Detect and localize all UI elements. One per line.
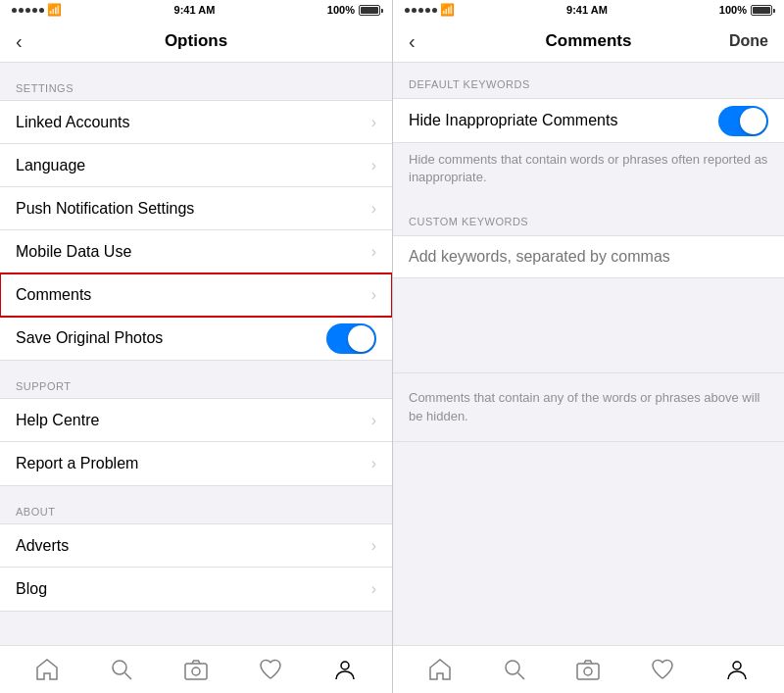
svg-rect-7 <box>577 664 599 679</box>
svg-line-6 <box>517 673 524 680</box>
blog-label: Blog <box>16 580 371 598</box>
comments-footer-text: Comments that contain any of the words o… <box>393 373 784 440</box>
tab-bar-right <box>393 645 784 693</box>
tab-heart-right[interactable] <box>625 646 700 693</box>
settings-item-blog[interactable]: Blog › <box>0 568 392 611</box>
settings-item-linked-accounts[interactable]: Linked Accounts › <box>0 101 392 144</box>
profile-icon <box>332 657 358 682</box>
svg-point-0 <box>113 661 126 674</box>
heart-icon-right <box>650 657 675 682</box>
nav-bar-left: ‹ Options <box>0 20 392 63</box>
battery-pct-left: 100% <box>327 4 355 16</box>
report-label: Report a Problem <box>16 455 371 472</box>
options-panel: 📶 9:41 AM 100% ‹ Options SETTINGS Linked… <box>0 0 392 693</box>
comments-content: DEFAULT KEYWORDS Hide Inappropriate Comm… <box>393 63 784 645</box>
chevron-icon: › <box>371 114 376 131</box>
settings-group-about: Adverts › Blog › <box>0 523 392 612</box>
status-left-right: 📶 <box>405 3 455 17</box>
svg-point-4 <box>341 662 349 669</box>
push-notifications-label: Push Notification Settings <box>16 200 371 218</box>
tab-heart-left[interactable] <box>233 646 308 693</box>
wifi-icon-right: 📶 <box>440 3 455 17</box>
time-left: 9:41 AM <box>174 4 216 16</box>
settings-item-comments[interactable]: Comments › <box>0 273 392 317</box>
settings-item-save-photos: Save Original Photos <box>0 317 392 360</box>
chevron-icon: › <box>371 580 376 598</box>
adverts-label: Adverts <box>16 537 371 555</box>
settings-item-push-notifications[interactable]: Push Notification Settings › <box>0 187 392 230</box>
options-content: SETTINGS Linked Accounts › Language › Pu… <box>0 63 392 645</box>
svg-line-1 <box>125 673 132 680</box>
linked-accounts-label: Linked Accounts <box>16 114 371 131</box>
comments-panel: 📶 9:41 AM 100% ‹ Comments Done DEFAULT K… <box>392 0 784 693</box>
chevron-icon: › <box>371 200 376 218</box>
battery-area-right: 100% <box>719 4 772 16</box>
status-bar-right: 📶 9:41 AM 100% <box>393 0 784 20</box>
hide-inappropriate-group: Hide Inappropriate Comments <box>393 98 784 143</box>
default-keywords-header: DEFAULT KEYWORDS <box>393 63 784 98</box>
heart-icon <box>258 657 283 682</box>
nav-title-left: Options <box>165 31 227 51</box>
battery-icon-left <box>359 5 380 16</box>
custom-keywords-input-row[interactable] <box>393 235 784 278</box>
svg-point-9 <box>733 662 741 669</box>
comments-label: Comments <box>16 286 371 304</box>
help-label: Help Centre <box>16 412 371 429</box>
spacer-area <box>393 278 784 357</box>
chevron-icon: › <box>371 455 376 472</box>
search-icon-right <box>502 657 527 682</box>
signal-dots <box>12 8 44 13</box>
nav-bar-right: ‹ Comments Done <box>393 20 784 63</box>
tab-search-right[interactable] <box>477 646 552 693</box>
battery-pct-right: 100% <box>719 4 747 16</box>
wifi-icon: 📶 <box>47 3 62 17</box>
hide-inappropriate-label: Hide Inappropriate Comments <box>409 112 718 129</box>
camera-icon <box>183 657 209 682</box>
tab-bar-left <box>0 645 392 693</box>
back-button-right[interactable]: ‹ <box>409 31 416 51</box>
settings-item-language[interactable]: Language › <box>0 144 392 187</box>
chevron-icon: › <box>371 157 376 174</box>
done-button[interactable]: Done <box>729 32 768 50</box>
language-label: Language <box>16 157 371 174</box>
status-left: 📶 <box>12 3 62 17</box>
settings-item-mobile-data[interactable]: Mobile Data Use › <box>0 230 392 273</box>
chevron-icon: › <box>371 412 376 429</box>
hide-inappropriate-toggle[interactable] <box>718 106 768 136</box>
svg-point-3 <box>192 668 200 675</box>
svg-point-8 <box>584 668 592 675</box>
settings-item-report[interactable]: Report a Problem › <box>0 442 392 485</box>
custom-keywords-header: CUSTOM KEYWORDS <box>393 200 784 235</box>
battery-icon-right <box>751 5 772 16</box>
save-photos-label: Save Original Photos <box>16 329 326 347</box>
tab-camera-left[interactable] <box>159 646 233 693</box>
back-button-left[interactable]: ‹ <box>16 31 23 51</box>
mobile-data-label: Mobile Data Use <box>16 243 371 261</box>
save-photos-toggle[interactable] <box>326 323 376 354</box>
tab-search-left[interactable] <box>84 646 159 693</box>
svg-rect-2 <box>185 664 207 679</box>
time-right: 9:41 AM <box>566 4 608 16</box>
chevron-icon: › <box>371 537 376 555</box>
tab-camera-right[interactable] <box>552 646 626 693</box>
section-header-settings: SETTINGS <box>0 63 392 100</box>
tab-home-right[interactable] <box>403 646 477 693</box>
status-bar-left: 📶 9:41 AM 100% <box>0 0 392 20</box>
profile-icon-right <box>724 657 750 682</box>
search-icon <box>109 657 134 682</box>
camera-icon-right <box>575 657 601 682</box>
chevron-icon: › <box>371 286 376 304</box>
svg-point-5 <box>506 661 519 674</box>
tab-profile-left[interactable] <box>308 646 382 693</box>
tab-profile-right[interactable] <box>700 646 774 693</box>
home-icon-right <box>427 657 453 682</box>
section-header-about: ABOUT <box>0 486 392 523</box>
custom-keywords-input[interactable] <box>409 248 768 266</box>
hide-inappropriate-item: Hide Inappropriate Comments <box>393 99 784 142</box>
battery-area-left: 100% <box>327 4 380 16</box>
tab-home-left[interactable] <box>10 646 84 693</box>
settings-item-help[interactable]: Help Centre › <box>0 399 392 442</box>
home-icon <box>34 657 60 682</box>
settings-item-adverts[interactable]: Adverts › <box>0 524 392 568</box>
signal-dots-right <box>405 8 437 13</box>
